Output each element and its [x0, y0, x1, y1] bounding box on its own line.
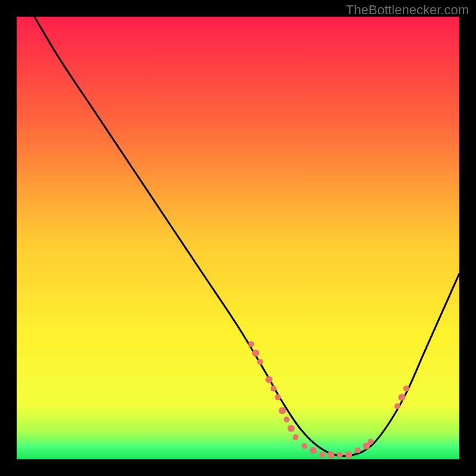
data-point	[368, 439, 374, 444]
chart-container	[17, 17, 459, 459]
data-point	[293, 434, 299, 440]
data-point	[337, 452, 343, 458]
scatter-points-layer	[17, 17, 459, 459]
data-point	[345, 452, 352, 459]
data-point	[278, 407, 286, 414]
data-point	[252, 349, 259, 356]
data-point	[287, 425, 295, 432]
data-point	[403, 386, 409, 392]
data-point	[275, 394, 281, 400]
data-point	[302, 443, 308, 449]
data-point	[309, 447, 317, 454]
data-point	[271, 386, 277, 392]
data-point	[355, 447, 361, 453]
data-point	[327, 452, 334, 459]
data-point	[257, 359, 263, 365]
data-point	[319, 452, 325, 458]
data-point	[248, 342, 254, 347]
data-point	[394, 403, 400, 409]
data-point	[398, 394, 405, 401]
attribution-text: TheBottlenecker.com	[346, 2, 469, 18]
data-point	[265, 376, 273, 383]
data-point	[284, 416, 290, 422]
